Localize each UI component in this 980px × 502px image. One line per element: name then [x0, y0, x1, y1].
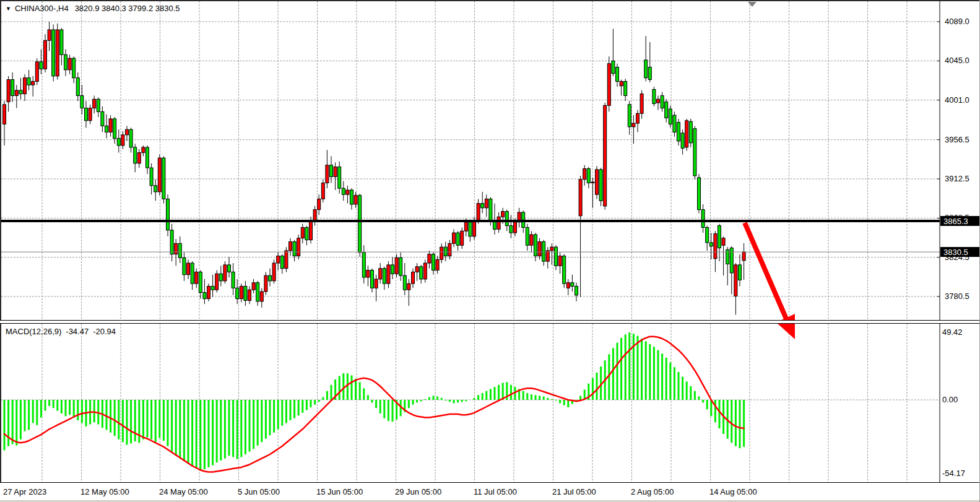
candle-body	[358, 196, 362, 253]
candle-body	[612, 61, 615, 73]
candle-body	[558, 256, 562, 266]
candle-body	[739, 265, 742, 280]
candle-body	[636, 113, 640, 123]
panel-separator[interactable]	[0, 320, 980, 324]
time-axis-label: 29 Jun 05:00	[395, 487, 441, 496]
candle-body	[244, 286, 247, 300]
candle-body	[60, 30, 63, 54]
candle-body	[256, 283, 259, 301]
candle-body	[297, 238, 300, 256]
candle-body	[219, 274, 222, 281]
candle-body	[456, 233, 459, 245]
candle-body	[248, 290, 251, 300]
candle-body	[436, 259, 439, 270]
candle-body	[150, 168, 153, 186]
candle-body	[534, 235, 537, 256]
candle-body	[432, 254, 435, 270]
trend-arrow-shaft[interactable]	[745, 223, 786, 319]
candle-body	[685, 121, 688, 147]
price-tick-label: 3956.5	[945, 135, 969, 144]
candle-body	[566, 283, 570, 288]
candle-body	[709, 243, 713, 246]
candle-body	[689, 121, 692, 143]
candle-body	[423, 263, 427, 279]
candle-body	[596, 170, 599, 194]
candle-body	[379, 269, 382, 279]
candle-body	[673, 115, 676, 132]
symbol-dropdown-icon[interactable]: ▼	[6, 6, 11, 12]
candle-body	[101, 111, 104, 126]
candle-body	[665, 102, 668, 118]
candle-body	[305, 227, 308, 240]
candle-body	[162, 158, 165, 199]
candle-body	[693, 129, 696, 176]
candle-body	[624, 81, 627, 95]
candle-body	[129, 129, 132, 147]
candle-body	[620, 81, 623, 85]
candle-body	[313, 210, 316, 220]
chart-canvas[interactable]: 4089.04045.04001.03956.53912.53868.53824…	[0, 0, 980, 502]
candle-body	[48, 30, 51, 40]
candle-body	[461, 231, 464, 245]
candle-body	[24, 78, 27, 94]
candle-body	[473, 220, 476, 236]
candle-body	[158, 158, 161, 192]
candle-body	[137, 153, 141, 163]
candle-body	[207, 286, 210, 298]
candle-body	[632, 123, 635, 127]
candle-body	[109, 119, 112, 132]
candle-body	[142, 147, 145, 153]
candle-body	[526, 227, 529, 245]
candle-body	[236, 288, 239, 298]
macd-tick-label: -54.17	[942, 469, 965, 478]
candle-body	[272, 263, 275, 281]
candle-body	[464, 222, 467, 231]
candle-body	[97, 99, 100, 111]
candle-body	[628, 105, 631, 127]
candle-body	[334, 167, 337, 177]
price-tick-label: 3912.5	[945, 174, 969, 183]
candle-body	[616, 67, 619, 81]
price-tick-label: 4045.0	[945, 56, 969, 65]
candle-body	[346, 190, 349, 194]
candle-body	[232, 272, 235, 288]
candle-body	[52, 30, 55, 76]
candle-body	[310, 220, 313, 240]
candle-body	[407, 283, 410, 290]
candle-body	[444, 247, 447, 256]
time-axis[interactable]: 27 Apr 202312 May 05:0024 May 05:005 Jun…	[0, 482, 980, 500]
price-tick-label: 3780.5	[945, 292, 969, 301]
candle-body	[40, 62, 43, 69]
candle-body	[469, 222, 472, 236]
candle-body	[178, 243, 181, 257]
candle-body	[648, 67, 651, 79]
chart-shift-marker-icon[interactable]	[748, 2, 757, 7]
time-axis-label: 15 Jun 05:00	[316, 487, 363, 496]
candle-body	[121, 135, 124, 145]
candle-body	[571, 283, 574, 287]
candle-body	[403, 275, 406, 290]
candle-body	[264, 275, 267, 292]
candle-body	[591, 182, 594, 183]
candle-body	[318, 199, 321, 209]
candle-body	[199, 272, 202, 292]
time-axis-label: 14 Aug 05:00	[709, 487, 757, 496]
time-axis-label: 24 May 05:00	[159, 487, 208, 496]
candle-body	[575, 286, 578, 295]
candle-body	[269, 275, 272, 281]
macd-name: MACD(12,26,9)	[6, 327, 61, 336]
candle-body	[677, 123, 680, 141]
candle-body	[583, 169, 586, 180]
candle-body	[285, 251, 288, 269]
candle-body	[706, 227, 709, 242]
candle-body	[722, 238, 725, 246]
candle-body	[68, 58, 71, 70]
candle-body	[134, 147, 137, 163]
candle-body	[330, 165, 333, 177]
candle-body	[661, 96, 664, 108]
candle-body	[19, 90, 22, 94]
candle-body	[530, 235, 533, 245]
candle-body	[301, 227, 304, 238]
candle-body	[15, 90, 18, 96]
window-frame-top	[0, 0, 980, 1]
